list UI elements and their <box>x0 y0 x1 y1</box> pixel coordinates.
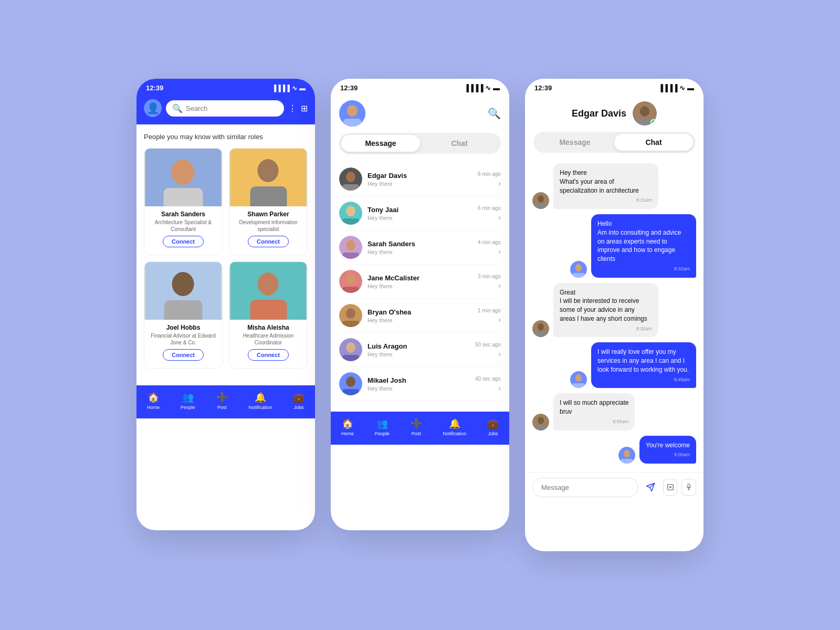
chat-meta-sarah: 4 min ago › <box>478 239 501 256</box>
svg-rect-53 <box>534 426 547 430</box>
msg-bubble-0: Hey there What's your area of specializa… <box>553 163 658 209</box>
attach-button[interactable] <box>663 479 678 496</box>
nav-notif-2[interactable]: 🔔 Notification <box>443 418 467 436</box>
tab-chat-2[interactable]: Chat <box>420 135 499 152</box>
search-btn-2[interactable]: 🔍 <box>488 107 501 120</box>
send-icon <box>646 482 655 492</box>
nav-home-2[interactable]: 🏠 Home <box>341 418 354 436</box>
arrow-luis: › <box>498 350 501 358</box>
svg-rect-47 <box>534 332 547 337</box>
msg-bubble-3: I will really love offer you my services… <box>591 342 696 388</box>
chat-detail-header: Edgar Davis <box>525 96 704 132</box>
chat-avatar-edgar <box>339 167 362 191</box>
msg-text-3: I will really love offer you my services… <box>597 348 689 373</box>
person-photo-joel <box>144 262 222 320</box>
svg-point-13 <box>347 105 358 117</box>
online-indicator <box>650 119 656 125</box>
chat-time-tony: 6 min ago <box>478 205 501 211</box>
chat-time-sarah: 4 min ago <box>478 239 501 245</box>
notif-icon-2: 🔔 <box>449 418 460 429</box>
svg-point-31 <box>346 342 355 353</box>
status-icons-1: ▐▐▐▐ ∿ ▬ <box>272 85 306 92</box>
nav-jobs-2[interactable]: 💼 Jobs <box>487 418 499 436</box>
connect-btn-joel[interactable]: Connect <box>163 349 204 361</box>
svg-rect-44 <box>572 273 585 278</box>
chat-preview-luis: Hey there <box>368 351 470 358</box>
chat-list: Edgar Davis Hey there 8 min ago › <box>331 162 509 401</box>
chat-meta-mikael: 40 sec ago › <box>475 376 501 392</box>
nav-jobs-label: Jobs <box>294 405 304 410</box>
arrow-bryan: › <box>498 316 501 324</box>
nav-people-label: People <box>181 405 195 410</box>
search-input[interactable] <box>186 104 278 112</box>
chat-time-bryan: 1 min ago <box>478 308 501 313</box>
chat-name-bryan: Bryan O'shea <box>368 308 472 316</box>
message-input[interactable] <box>532 478 638 497</box>
chat-preview-sarah: Hey there <box>368 249 472 255</box>
svg-rect-29 <box>342 321 359 327</box>
chat-time-edgar: 8 min ago <box>478 171 501 177</box>
people-icon-2: 👥 <box>376 418 388 429</box>
svg-point-22 <box>346 240 355 250</box>
tab-chat-3[interactable]: Chat <box>614 134 693 151</box>
nav-label-home-2: Home <box>341 431 354 436</box>
jobs-icon-2: 💼 <box>487 418 499 429</box>
person-card-joel: Joel Hobbs Financial Advisor at Edward J… <box>144 261 223 369</box>
nav-people-1[interactable]: 👥 People <box>181 392 195 410</box>
chat-item-luis[interactable]: Luis Aragon Hey there 50 sec ago › <box>339 333 501 367</box>
msg-text-1: Hello Am into consulting and advice on a… <box>597 220 681 262</box>
phone-messages: 12:39 ▐▐▐▐ ∿ ▬ 🔍 Message Chat <box>331 79 509 530</box>
post-icon-2: ➕ <box>411 418 422 429</box>
msg-avatar-1 <box>570 261 587 278</box>
nav-label-notif-2: Notification <box>443 431 467 436</box>
people-icon: 👥 <box>182 392 194 403</box>
mic-button[interactable] <box>681 479 696 496</box>
search-bar[interactable]: 🔍 <box>166 100 284 117</box>
chat-item-jane[interactable]: Jane McCalister Hey there 3 min ago › <box>339 265 501 299</box>
svg-rect-35 <box>342 389 359 395</box>
chat-info-luis: Luis Aragon Hey there <box>368 342 470 358</box>
tab-message-3[interactable]: Message <box>536 134 614 151</box>
chat-contact-name: Edgar Davis <box>572 108 626 119</box>
connect-btn-misha[interactable]: Connect <box>248 349 289 361</box>
nav-notif-1[interactable]: 🔔 Notification <box>249 392 272 410</box>
chat-meta-bryan: 1 min ago › <box>478 308 501 324</box>
svg-rect-41 <box>534 204 547 209</box>
person-card-misha: Misha Aleisha Healthcare Admission Coord… <box>229 261 308 369</box>
chat-item-edgar[interactable]: Edgar Davis Hey there 8 min ago › <box>339 162 501 196</box>
nav-jobs-1[interactable]: 💼 Jobs <box>293 392 304 410</box>
chat-item-tony[interactable]: Tony Jaai Hey there 6 min ago › <box>339 196 501 230</box>
person-role-shawn: Development information specialist <box>234 219 303 233</box>
status-bar-3: 12:39 ▐▐▐▐ ∿ ▬ <box>525 79 704 96</box>
svg-rect-8 <box>164 300 203 320</box>
menu-icon[interactable]: ⋮ <box>288 103 297 113</box>
svg-point-34 <box>346 376 355 387</box>
chat-contact-avatar <box>633 101 657 125</box>
post-icon: ➕ <box>216 392 228 403</box>
person-info-misha: Misha Aleisha Healthcare Admission Coord… <box>229 320 307 368</box>
tab-message-2[interactable]: Message <box>341 135 420 152</box>
person-card-sarah: Sarah Sanders Architecture Specialist & … <box>144 148 223 255</box>
nav-people-2[interactable]: 👥 People <box>375 418 390 436</box>
nav-post-2[interactable]: ➕ Post <box>411 418 422 436</box>
person-name-shawn: Shawn Parker <box>234 211 303 218</box>
connect-btn-shawn[interactable]: Connect <box>248 236 289 247</box>
msg-row-1: Hello Am into consulting and advice on a… <box>532 214 696 278</box>
msg-time-0: 8:31am <box>560 197 652 204</box>
nav-home-1[interactable]: 🏠 Home <box>147 392 160 410</box>
svg-point-1 <box>172 160 195 185</box>
connect-btn-sarah[interactable]: Connect <box>163 236 204 247</box>
nav-post-1[interactable]: ➕ Post <box>216 392 228 410</box>
person-card-shawn: Shawn Parker Development information spe… <box>229 148 308 255</box>
people-grid: Sarah Sanders Architecture Specialist & … <box>144 148 308 369</box>
msg-row-5: You're welcome 9:00am <box>532 436 696 464</box>
chat-item-mikael[interactable]: Mikael Josh Hey there 40 sec ago › <box>339 367 501 401</box>
send-button[interactable] <box>643 478 659 497</box>
chat-item-sarah[interactable]: Sarah Sanders Hey there 4 min ago › <box>339 230 501 265</box>
person-info-sarah: Sarah Sanders Architecture Specialist & … <box>144 206 222 255</box>
chat-item-bryan[interactable]: Bryan O'shea Hey there 1 min ago › <box>339 299 501 333</box>
person-info-joel: Joel Hobbs Financial Advisor at Edward J… <box>144 320 222 368</box>
status-time-2: 12:39 <box>340 84 358 92</box>
chat-name-tony: Tony Jaai <box>368 206 472 214</box>
grid-icon[interactable]: ⊞ <box>301 103 308 113</box>
